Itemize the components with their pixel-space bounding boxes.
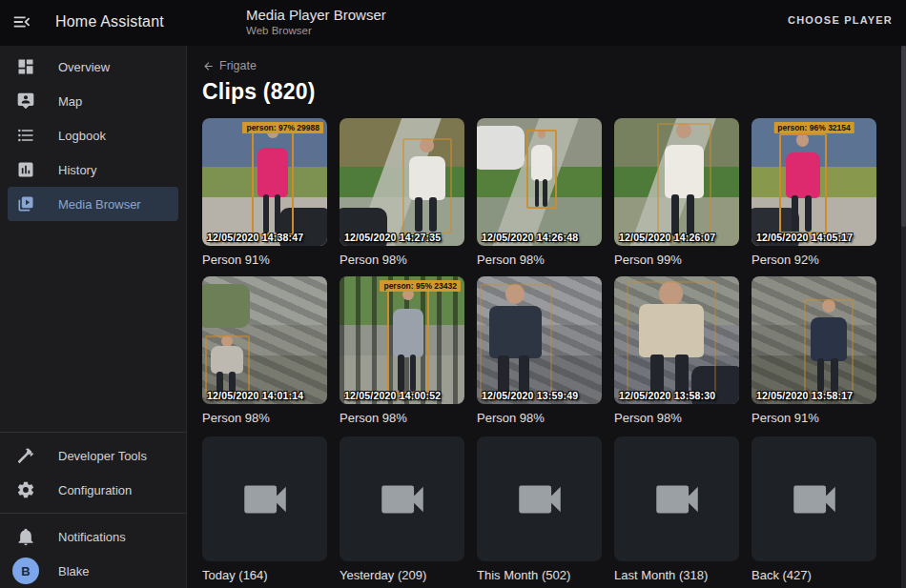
clip-card[interactable]: person: 96% 3215412/05/2020 14:05:17Pers… bbox=[752, 118, 876, 267]
detection-bounding-box bbox=[480, 284, 552, 399]
clip-timestamp: 12/05/2020 14:00:52 bbox=[344, 390, 441, 401]
clip-timestamp: 12/05/2020 13:59:49 bbox=[482, 390, 578, 401]
sidebar-item-developer-tools[interactable]: Developer Tools bbox=[8, 438, 178, 473]
clip-card[interactable]: person: 97% 2998812/05/2020 14:38:47Pers… bbox=[202, 118, 327, 267]
scrollbar-thumb[interactable] bbox=[901, 46, 906, 227]
detection-label-chip: person: 96% 32154 bbox=[773, 122, 855, 133]
detection-bounding-box bbox=[804, 299, 854, 394]
clip-thumbnail: 12/05/2020 13:58:30 bbox=[614, 276, 739, 404]
clip-caption: Person 98% bbox=[202, 411, 327, 425]
clip-caption: Person 91% bbox=[752, 411, 876, 425]
clip-card[interactable]: 12/05/2020 14:26:48Person 98% bbox=[477, 118, 602, 267]
clip-card[interactable]: 12/05/2020 14:01:14Person 98% bbox=[202, 276, 327, 425]
detection-label-chip: person: 97% 29988 bbox=[242, 122, 323, 133]
media-subtitle: Web Browser bbox=[246, 25, 386, 36]
video-camera-icon bbox=[375, 472, 430, 527]
back-arrow-icon bbox=[202, 60, 215, 72]
clip-caption: Person 98% bbox=[340, 253, 464, 267]
detection-bounding-box bbox=[402, 138, 452, 233]
app-root: Home Assistant Media Player Browser Web … bbox=[0, 0, 906, 588]
sidebar-item-overview[interactable]: Overview bbox=[8, 50, 178, 84]
clip-timestamp: 12/05/2020 14:26:07 bbox=[619, 232, 715, 243]
sidebar-item-media-browser[interactable]: Media Browser bbox=[8, 187, 178, 221]
sidebar-item-history[interactable]: History bbox=[8, 152, 178, 187]
folder-tile bbox=[477, 436, 602, 561]
media-browser-icon bbox=[16, 194, 35, 213]
topbar: Home Assistant Media Player Browser Web … bbox=[0, 0, 906, 46]
video-camera-icon bbox=[649, 472, 705, 527]
menu-toggle-button[interactable] bbox=[11, 11, 36, 34]
folder-tile bbox=[614, 436, 739, 561]
clip-thumbnail: person: 95% 2343212/05/2020 14:00:52 bbox=[340, 276, 464, 404]
sidebar-item-map[interactable]: Map bbox=[8, 84, 178, 118]
scene-object bbox=[477, 126, 525, 170]
main-content: Frigate Clips (820) person: 97% 2998812/… bbox=[188, 46, 901, 588]
clip-thumbnail: 12/05/2020 14:01:14 bbox=[202, 276, 327, 404]
clip-caption: Person 98% bbox=[340, 411, 464, 425]
video-camera-icon bbox=[237, 472, 293, 527]
clip-timestamp: 12/05/2020 14:27:35 bbox=[344, 232, 441, 243]
choose-player-button[interactable]: CHOOSE PLAYER bbox=[788, 14, 893, 26]
clip-timestamp: 12/05/2020 13:58:17 bbox=[756, 390, 853, 401]
clips-grid: person: 97% 2998812/05/2020 14:38:47Pers… bbox=[202, 118, 901, 425]
clip-card[interactable]: 12/05/2020 13:59:49Person 98% bbox=[477, 276, 602, 425]
sidebar-user-row[interactable]: BBlake bbox=[8, 554, 178, 588]
sidebar-item-logbook[interactable]: Logbook bbox=[8, 118, 178, 152]
sidebar-item-label: Configuration bbox=[58, 483, 132, 497]
detection-bounding-box bbox=[387, 289, 430, 394]
sidebar-item-label: Overview bbox=[58, 60, 110, 74]
bell-icon bbox=[16, 527, 35, 546]
hammer-icon bbox=[16, 446, 35, 465]
folders-grid: Today (164)Yesterday (209)This Month (50… bbox=[202, 436, 901, 582]
folder-card-this-month[interactable]: This Month (502) bbox=[477, 436, 602, 582]
clip-card[interactable]: 12/05/2020 13:58:17Person 91% bbox=[752, 276, 876, 425]
sidebar-item-label: Map bbox=[58, 94, 82, 109]
breadcrumb-label: Frigate bbox=[219, 59, 257, 72]
folder-label: Last Month (318) bbox=[614, 568, 739, 582]
clip-caption: Person 98% bbox=[477, 253, 602, 267]
clip-card[interactable]: 12/05/2020 14:26:07Person 99% bbox=[614, 118, 739, 267]
sidebar: OverviewMapLogbookHistoryMedia BrowserDe… bbox=[0, 46, 187, 588]
sidebar-item-label: Developer Tools bbox=[58, 449, 147, 463]
user-name: Blake bbox=[58, 564, 90, 578]
clip-card[interactable]: 12/05/2020 13:58:30Person 98% bbox=[614, 276, 739, 425]
clip-thumbnail: person: 96% 3215412/05/2020 14:05:17 bbox=[752, 118, 876, 246]
clip-timestamp: 12/05/2020 14:01:14 bbox=[207, 390, 303, 401]
clip-timestamp: 12/05/2020 14:26:48 bbox=[482, 232, 578, 243]
video-camera-icon bbox=[512, 472, 567, 527]
page-title: Clips (820) bbox=[202, 79, 901, 105]
sidebar-item-configuration[interactable]: Configuration bbox=[8, 473, 178, 507]
clip-caption: Person 99% bbox=[614, 253, 739, 267]
detection-bounding-box bbox=[252, 127, 293, 235]
media-title: Media Player Browser bbox=[246, 7, 386, 23]
clip-caption: Person 98% bbox=[614, 411, 739, 425]
avatar: B bbox=[12, 558, 39, 584]
clip-card[interactable]: person: 95% 2343212/05/2020 14:00:52Pers… bbox=[340, 276, 464, 425]
folder-card-last-month[interactable]: Last Month (318) bbox=[614, 436, 739, 582]
folder-card-back[interactable]: Back (427) bbox=[752, 436, 876, 582]
folder-label: Back (427) bbox=[752, 568, 876, 582]
detection-bounding-box bbox=[657, 123, 712, 238]
menu-open-icon bbox=[11, 11, 32, 32]
clip-timestamp: 12/05/2020 14:05:17 bbox=[756, 232, 853, 243]
sidebar-spacer bbox=[0, 221, 186, 426]
clip-timestamp: 12/05/2020 14:38:47 bbox=[207, 232, 303, 243]
detection-bounding-box bbox=[627, 281, 716, 398]
scene-object bbox=[202, 284, 250, 328]
sidebar-item-label: History bbox=[58, 163, 96, 177]
sidebar-item-notifications[interactable]: Notifications bbox=[8, 519, 178, 554]
video-camera-icon bbox=[787, 472, 842, 527]
folder-card-today[interactable]: Today (164) bbox=[202, 436, 327, 582]
scrollbar[interactable] bbox=[901, 46, 906, 588]
folder-card-yesterday[interactable]: Yesterday (209) bbox=[340, 436, 464, 582]
detection-label-chip: person: 95% 23432 bbox=[380, 280, 461, 292]
breadcrumb-back[interactable]: Frigate bbox=[202, 58, 901, 73]
folder-label: Today (164) bbox=[202, 568, 327, 582]
detection-bounding-box bbox=[779, 133, 827, 233]
folder-tile bbox=[202, 436, 327, 561]
sidebar-divider bbox=[0, 513, 186, 514]
folder-label: Yesterday (209) bbox=[340, 568, 464, 582]
folder-tile bbox=[340, 436, 464, 561]
clip-card[interactable]: 12/05/2020 14:27:35Person 98% bbox=[340, 118, 464, 267]
clip-thumbnail: 12/05/2020 13:59:49 bbox=[477, 276, 602, 404]
